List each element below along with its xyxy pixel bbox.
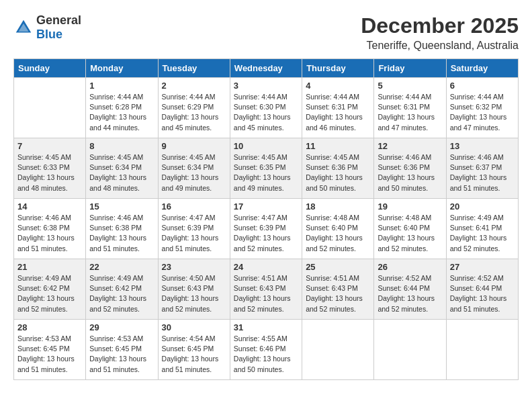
- cell-sun-info: Sunrise: 4:45 AMSunset: 6:35 PMDaylight:…: [234, 152, 298, 193]
- sunset-text: Sunset: 6:44 PM: [378, 284, 430, 292]
- calendar-cell: 27Sunrise: 4:52 AMSunset: 6:44 PMDayligh…: [446, 259, 518, 320]
- calendar-cell: 20Sunrise: 4:49 AMSunset: 6:41 PMDayligh…: [446, 199, 518, 259]
- daylight-text-cont: and 52 minutes.: [306, 305, 356, 313]
- sunset-text: Sunset: 6:36 PM: [306, 163, 358, 171]
- daylight-text: Daylight: 13 hours: [234, 234, 291, 242]
- day-number: 19: [378, 201, 442, 212]
- daylight-text: Daylight: 13 hours: [306, 173, 363, 181]
- cell-sun-info: Sunrise: 4:44 AMSunset: 6:29 PMDaylight:…: [162, 92, 226, 133]
- cell-sun-info: Sunrise: 4:48 AMSunset: 6:40 PMDaylight:…: [378, 213, 442, 254]
- calendar-week-row: 28Sunrise: 4:53 AMSunset: 6:45 PMDayligh…: [14, 320, 519, 380]
- calendar-week-row: 7Sunrise: 4:45 AMSunset: 6:33 PMDaylight…: [14, 138, 519, 199]
- cell-sun-info: Sunrise: 4:55 AMSunset: 6:46 PMDaylight:…: [234, 334, 298, 375]
- daylight-text-cont: and 48 minutes.: [89, 184, 140, 192]
- sunrise-text: Sunrise: 4:46 AM: [89, 214, 143, 222]
- daylight-text: Daylight: 13 hours: [306, 234, 363, 242]
- title-area: December 2025 Teneriffe, Queensland, Aus…: [361, 13, 519, 52]
- cell-sun-info: Sunrise: 4:51 AMSunset: 6:43 PMDaylight:…: [306, 273, 370, 314]
- calendar-cell: 8Sunrise: 4:45 AMSunset: 6:34 PMDaylight…: [86, 138, 158, 199]
- calendar-cell: 15Sunrise: 4:46 AMSunset: 6:38 PMDayligh…: [86, 199, 158, 259]
- cell-sun-info: Sunrise: 4:47 AMSunset: 6:39 PMDaylight:…: [162, 213, 226, 254]
- sunrise-text: Sunrise: 4:47 AM: [162, 214, 216, 222]
- calendar-cell: 24Sunrise: 4:51 AMSunset: 6:43 PMDayligh…: [230, 259, 302, 320]
- sunrise-text: Sunrise: 4:45 AM: [162, 153, 216, 161]
- sunrise-text: Sunrise: 4:48 AM: [306, 214, 359, 222]
- cell-sun-info: Sunrise: 4:50 AMSunset: 6:43 PMDaylight:…: [162, 273, 226, 314]
- sunset-text: Sunset: 6:31 PM: [378, 103, 430, 111]
- cell-sun-info: Sunrise: 4:44 AMSunset: 6:31 PMDaylight:…: [306, 92, 370, 133]
- calendar-cell: [302, 320, 374, 380]
- day-number: 12: [378, 141, 442, 151]
- sunset-text: Sunset: 6:45 PM: [89, 345, 142, 353]
- day-number: 7: [17, 141, 82, 151]
- calendar-cell: 18Sunrise: 4:48 AMSunset: 6:40 PMDayligh…: [302, 199, 374, 259]
- sunset-text: Sunset: 6:37 PM: [450, 163, 502, 171]
- calendar-cell: 4Sunrise: 4:44 AMSunset: 6:31 PMDaylight…: [302, 78, 374, 138]
- sunrise-text: Sunrise: 4:44 AM: [378, 93, 431, 101]
- day-number: 20: [450, 201, 515, 212]
- daylight-text: Daylight: 13 hours: [162, 234, 219, 242]
- daylight-text-cont: and 45 minutes.: [162, 124, 212, 132]
- daylight-text-cont: and 52 minutes.: [89, 305, 140, 313]
- day-header-monday: Monday: [86, 59, 158, 78]
- daylight-text-cont: and 52 minutes.: [162, 305, 212, 313]
- sunset-text: Sunset: 6:34 PM: [89, 163, 142, 171]
- daylight-text: Daylight: 13 hours: [306, 113, 363, 121]
- calendar-cell: 14Sunrise: 4:46 AMSunset: 6:38 PMDayligh…: [14, 199, 86, 259]
- cell-sun-info: Sunrise: 4:49 AMSunset: 6:41 PMDaylight:…: [450, 213, 515, 254]
- sunset-text: Sunset: 6:38 PM: [89, 224, 142, 232]
- calendar-cell: 11Sunrise: 4:45 AMSunset: 6:36 PMDayligh…: [302, 138, 374, 199]
- sunset-text: Sunset: 6:38 PM: [17, 224, 70, 232]
- logo-blue-text: Blue: [36, 28, 62, 41]
- day-number: 4: [306, 81, 370, 91]
- sunrise-text: Sunrise: 4:50 AM: [162, 274, 216, 282]
- day-number: 26: [378, 262, 442, 272]
- cell-sun-info: Sunrise: 4:46 AMSunset: 6:37 PMDaylight:…: [450, 152, 515, 193]
- day-number: 25: [306, 262, 370, 272]
- cell-sun-info: Sunrise: 4:46 AMSunset: 6:38 PMDaylight:…: [17, 213, 82, 254]
- daylight-text: Daylight: 13 hours: [378, 113, 435, 121]
- calendar-cell: 13Sunrise: 4:46 AMSunset: 6:37 PMDayligh…: [446, 138, 518, 199]
- day-number: 1: [89, 81, 154, 91]
- daylight-text-cont: and 51 minutes.: [89, 365, 140, 373]
- sunrise-text: Sunrise: 4:46 AM: [378, 153, 431, 161]
- cell-sun-info: Sunrise: 4:45 AMSunset: 6:33 PMDaylight:…: [17, 152, 82, 193]
- sunrise-text: Sunrise: 4:49 AM: [89, 274, 143, 282]
- sunset-text: Sunset: 6:43 PM: [234, 284, 286, 292]
- sunset-text: Sunset: 6:32 PM: [450, 103, 502, 111]
- cell-sun-info: Sunrise: 4:52 AMSunset: 6:44 PMDaylight:…: [450, 273, 515, 314]
- cell-sun-info: Sunrise: 4:48 AMSunset: 6:40 PMDaylight:…: [306, 213, 370, 254]
- day-number: 17: [234, 201, 298, 212]
- daylight-text: Daylight: 13 hours: [450, 234, 507, 242]
- day-number: 18: [306, 201, 370, 212]
- sunset-text: Sunset: 6:43 PM: [306, 284, 358, 292]
- sunrise-text: Sunrise: 4:53 AM: [89, 334, 143, 342]
- cell-sun-info: Sunrise: 4:53 AMSunset: 6:45 PMDaylight:…: [17, 334, 82, 375]
- sunrise-text: Sunrise: 4:44 AM: [450, 93, 504, 101]
- daylight-text: Daylight: 13 hours: [17, 355, 75, 363]
- sunrise-text: Sunrise: 4:47 AM: [234, 214, 287, 222]
- cell-sun-info: Sunrise: 4:46 AMSunset: 6:36 PMDaylight:…: [378, 152, 442, 193]
- daylight-text: Daylight: 13 hours: [234, 173, 291, 181]
- day-number: 15: [89, 201, 154, 212]
- sunrise-text: Sunrise: 4:51 AM: [306, 274, 359, 282]
- day-number: 21: [17, 262, 82, 272]
- calendar-cell: 30Sunrise: 4:54 AMSunset: 6:45 PMDayligh…: [158, 320, 230, 380]
- daylight-text-cont: and 51 minutes.: [17, 365, 68, 373]
- daylight-text-cont: and 51 minutes.: [89, 244, 140, 253]
- sunset-text: Sunset: 6:36 PM: [378, 163, 430, 171]
- sunset-text: Sunset: 6:31 PM: [306, 103, 358, 111]
- sunrise-text: Sunrise: 4:46 AM: [17, 214, 71, 222]
- calendar-cell: 3Sunrise: 4:44 AMSunset: 6:30 PMDaylight…: [230, 78, 302, 138]
- sunset-text: Sunset: 6:41 PM: [450, 224, 502, 232]
- day-number: 23: [162, 262, 226, 272]
- daylight-text-cont: and 47 minutes.: [378, 124, 428, 132]
- sunset-text: Sunset: 6:44 PM: [450, 284, 502, 292]
- sunrise-text: Sunrise: 4:45 AM: [306, 153, 359, 161]
- calendar-week-row: 1Sunrise: 4:44 AMSunset: 6:28 PMDaylight…: [14, 78, 519, 138]
- calendar-cell: 1Sunrise: 4:44 AMSunset: 6:28 PMDaylight…: [86, 78, 158, 138]
- day-number: 16: [162, 201, 226, 212]
- calendar-cell: 28Sunrise: 4:53 AMSunset: 6:45 PMDayligh…: [14, 320, 86, 380]
- daylight-text-cont: and 49 minutes.: [162, 184, 212, 192]
- daylight-text-cont: and 47 minutes.: [450, 124, 500, 132]
